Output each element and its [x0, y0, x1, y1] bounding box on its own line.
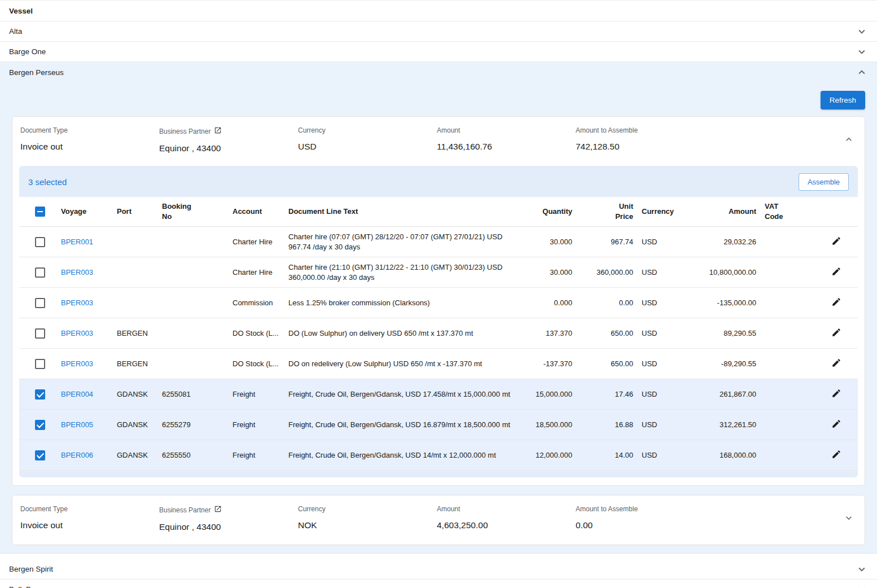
voyage-link[interactable]: BPER006 [61, 451, 93, 459]
port-cell: GDANSK [117, 446, 162, 465]
selected-count-label: 3 selected [28, 177, 67, 187]
selection-bar: 3 selected Assemble [19, 166, 858, 197]
amount-cell: -135,000.00 [697, 293, 765, 313]
pencil-icon [831, 297, 841, 309]
pencil-icon [831, 266, 841, 278]
chevron-down-icon [856, 25, 868, 38]
voyage-link[interactable]: BPER003 [61, 299, 93, 307]
account-cell: Charter Hire [233, 232, 288, 252]
accordion-bergen-perseus-panel: Bergen Perseus Refresh Document Type Inv… [0, 62, 877, 554]
col-header-edit [815, 207, 858, 216]
unit-price-cell: 16.88 [581, 415, 642, 435]
page-title: Vessel [0, 1, 877, 21]
amount-cell: -89,290.55 [697, 354, 765, 374]
assemble-button[interactable]: Assemble [799, 173, 849, 191]
voyage-link[interactable]: BPER001 [61, 238, 93, 246]
port-cell: GDANSK [117, 385, 162, 404]
currency-cell: USD [642, 232, 697, 252]
document-type-label: Document Type [20, 126, 68, 134]
quantity-cell: 15,000.000 [524, 385, 581, 404]
table-body: BPER001 Charter Hire Charter hire (07:07… [19, 227, 858, 471]
refresh-button[interactable]: Refresh [821, 91, 865, 109]
accordion-bulk-bergen[interactable]: Bulk Bergen [0, 580, 877, 588]
vessel-name-alta: Alta [9, 27, 22, 36]
row-checkbox[interactable] [35, 359, 45, 369]
pencil-icon [831, 419, 841, 431]
vat-code-cell [765, 299, 815, 308]
expand-document-2-button[interactable] [841, 510, 857, 528]
accordion-bergen-spirit[interactable]: Bergen Spirit [0, 559, 877, 580]
col-header-amount: Amount [697, 202, 765, 221]
selection-panel: 3 selected Assemble Voyage Port Booking … [19, 166, 858, 477]
open-in-new-icon[interactable] [214, 505, 222, 515]
select-all-checkbox[interactable] [35, 207, 45, 217]
amount-label: Amount [437, 505, 460, 513]
col-header-quantity: Quantity [524, 202, 581, 221]
unit-price-cell: 967.74 [581, 232, 642, 252]
business-partner-value: Equinor , 43400 [159, 143, 292, 153]
document-line-text-cell: Freight, Crude Oil, Bergen/Gdansk, USD 1… [288, 385, 524, 404]
row-checkbox[interactable] [35, 328, 45, 339]
voyage-link[interactable]: BPER003 [61, 268, 93, 277]
edit-button[interactable] [829, 234, 844, 250]
table-header-row: Voyage Port Booking No Account Document … [19, 197, 858, 227]
voyage-link[interactable]: BPER005 [61, 420, 93, 429]
edit-button[interactable] [829, 356, 844, 372]
vat-code-cell [765, 420, 815, 429]
col-header-vat-code: VAT Code [765, 197, 815, 226]
document-line-text-cell: Freight, Crude Oil, Bergen/Gdansk, USD 1… [288, 415, 524, 435]
quantity-cell: 30.000 [524, 263, 581, 282]
currency-cell: USD [642, 263, 697, 282]
voyage-link[interactable]: BPER003 [61, 359, 93, 368]
quantity-cell: -137.370 [524, 354, 581, 374]
pencil-icon [831, 449, 841, 461]
document-card-2: Document Type Invoice out Business Partn… [12, 495, 865, 545]
voyage-link[interactable]: BPER003 [61, 329, 93, 337]
unit-price-cell: 650.00 [581, 354, 642, 374]
edit-button[interactable] [829, 325, 844, 341]
unit-price-cell: 0.00 [581, 293, 642, 313]
currency-cell: USD [642, 324, 697, 343]
edit-button[interactable] [829, 386, 844, 402]
edit-button[interactable] [829, 264, 844, 280]
chevron-down-icon [843, 512, 854, 524]
document-type-value: Invoice out [20, 520, 154, 530]
field-currency: Currency USD [298, 126, 437, 152]
row-checkbox[interactable] [35, 450, 45, 460]
row-checkbox[interactable] [35, 389, 45, 400]
currency-cell: USD [642, 446, 697, 465]
col-header-unit-price: Unit Price [581, 197, 642, 226]
unit-price-cell: 14.00 [581, 446, 642, 465]
quantity-cell: 18,500.000 [524, 415, 581, 435]
edit-button[interactable] [829, 416, 844, 433]
quantity-cell: 12,000.000 [524, 446, 581, 465]
accordion-barge-one[interactable]: Barge One [0, 42, 877, 62]
accordion-alta[interactable]: Alta [0, 21, 877, 42]
row-checkbox[interactable] [35, 237, 45, 247]
col-header-document-line-text: Document Line Text [288, 202, 524, 221]
amount-value: 11,436,160.76 [437, 142, 570, 152]
field-amount-to-assemble: Amount to Assemble 742,128.50 [576, 126, 714, 152]
currency-value: USD [298, 142, 431, 152]
open-in-new-icon[interactable] [214, 126, 222, 136]
edit-button[interactable] [829, 447, 844, 463]
row-checkbox[interactable] [35, 420, 45, 430]
edit-button[interactable] [829, 295, 844, 311]
row-checkbox[interactable] [35, 298, 45, 308]
row-checkbox[interactable] [35, 267, 45, 278]
table-row: BPER005 GDANSK 6255279 Freight Freight, … [19, 410, 858, 440]
account-cell: DO Stock (L... [233, 354, 288, 374]
table-row: BPER003 Commission Less 1.25% broker com… [19, 288, 858, 318]
accordion-bergen-perseus[interactable]: Bergen Perseus [0, 62, 877, 82]
vat-code-cell [765, 359, 815, 368]
table-row: BPER001 Charter Hire Charter hire (07:07… [19, 227, 858, 257]
account-cell: Freight [233, 446, 288, 465]
currency-label: Currency [298, 505, 326, 513]
quantity-cell: 0.000 [524, 293, 581, 313]
collapse-document-1-button[interactable] [841, 131, 857, 149]
voyage-link[interactable]: BPER004 [61, 390, 93, 398]
table-row: BPER003 Charter Hire Charter hire (21:10… [19, 257, 858, 288]
col-header-currency: Currency [642, 202, 697, 221]
vessel-name-bergen-perseus: Bergen Perseus [9, 68, 64, 77]
document-line-text-cell: Charter hire (07:07 (GMT) 28/12/20 - 07:… [288, 227, 524, 257]
